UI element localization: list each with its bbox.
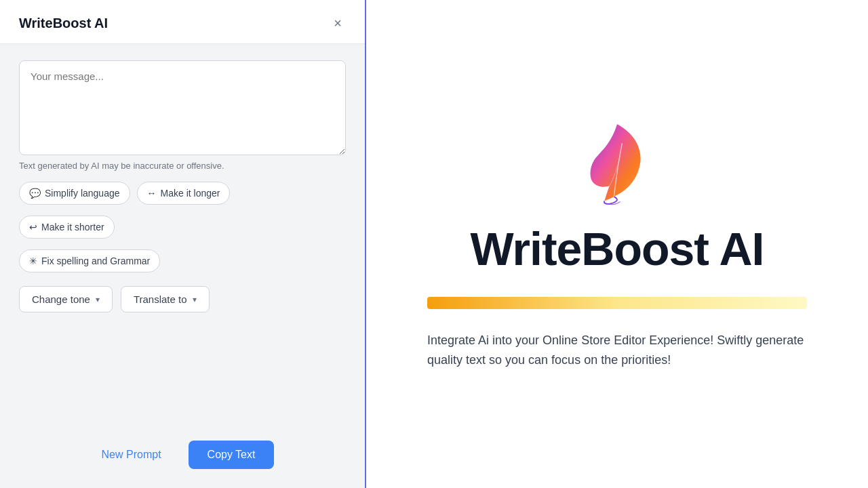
left-panel: WriteBoost AI × Text generated by AI may… <box>0 0 366 488</box>
close-button[interactable]: × <box>330 15 346 31</box>
panel-title: WriteBoost AI <box>19 16 108 31</box>
chevron-down-icon: ▾ <box>96 295 100 304</box>
message-textarea[interactable] <box>19 60 346 155</box>
dropdown-row: Change tone ▾ Translate to ▾ <box>19 286 346 312</box>
make-longer-label: Make it longer <box>161 188 220 199</box>
logo-area <box>576 118 658 206</box>
new-prompt-button[interactable]: New Prompt <box>91 442 172 468</box>
make-shorter-chip[interactable]: ↩ Make it shorter <box>19 216 115 239</box>
make-longer-chip[interactable]: ↔ Make it longer <box>137 182 231 205</box>
accent-bar <box>427 297 807 309</box>
brand-title: WriteBoost AI <box>471 222 764 275</box>
feather-logo-icon <box>576 118 658 206</box>
simplify-language-label: Simplify language <box>45 188 120 199</box>
right-panel: WriteBoost AI Integrate Ai into your Onl… <box>366 0 868 488</box>
fix-spelling-label: Fix spelling and Grammar <box>41 256 150 266</box>
translate-to-label: Translate to <box>134 293 187 305</box>
change-tone-dropdown[interactable]: Change tone ▾ <box>19 286 113 312</box>
chip-row-2: ↩ Make it shorter <box>19 216 346 239</box>
tagline-text: Integrate Ai into your Online Store Edit… <box>427 331 807 370</box>
compress-icon: ↩ <box>29 222 37 232</box>
fix-spelling-chip[interactable]: ✳ Fix spelling and Grammar <box>19 249 160 272</box>
simplify-language-chip[interactable]: 💬 Simplify language <box>19 182 130 205</box>
panel-body: Text generated by AI may be inaccurate o… <box>0 44 365 428</box>
chip-row-3: ✳ Fix spelling and Grammar <box>19 249 346 272</box>
copy-text-button[interactable]: Copy Text <box>189 441 275 469</box>
sparkle-icon: ✳ <box>29 256 37 266</box>
chip-row-1: 💬 Simplify language ↔ Make it longer <box>19 182 346 205</box>
panel-header: WriteBoost AI × <box>0 0 365 44</box>
chat-icon: 💬 <box>29 188 41 199</box>
disclaimer-text: Text generated by AI may be inaccurate o… <box>19 161 346 171</box>
translate-to-dropdown[interactable]: Translate to ▾ <box>121 286 210 312</box>
action-row: New Prompt Copy Text <box>0 428 365 488</box>
change-tone-label: Change tone <box>32 293 90 305</box>
expand-icon: ↔ <box>147 188 157 199</box>
make-shorter-label: Make it shorter <box>41 222 104 232</box>
chevron-down-icon-2: ▾ <box>193 295 197 304</box>
